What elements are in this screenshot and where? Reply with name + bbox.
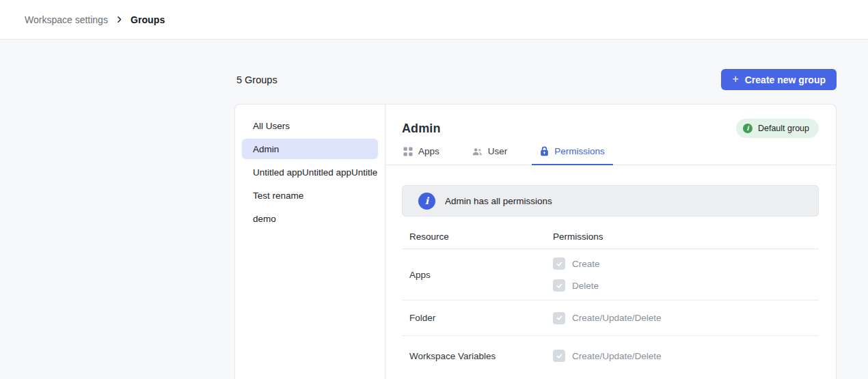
tab-permissions-label: Permissions — [554, 146, 605, 156]
create-new-group-button[interactable]: + Create new group — [721, 69, 837, 90]
breadcrumb-workspace-settings[interactable]: Workspace settings — [25, 14, 108, 25]
info-icon: i — [418, 193, 435, 210]
group-title: Admin — [402, 122, 441, 136]
create-new-group-label: Create new group — [745, 74, 826, 85]
breadcrumb: Workspace settings Groups — [25, 14, 165, 25]
default-group-badge-label: Default group — [758, 124, 809, 133]
permissions-cell: Create Delete — [553, 255, 600, 294]
groups-settings-page: Workspace settings Groups 5 Groups + Cre… — [0, 0, 868, 379]
grid-icon — [403, 147, 413, 156]
tab-permissions[interactable]: Permissions — [532, 146, 613, 165]
permission-option-create: Create — [553, 255, 600, 272]
group-item-untitled-app[interactable]: Untitled appUntitled appUntitle… — [242, 162, 378, 182]
checkbox-checked-disabled — [553, 257, 565, 270]
info-icon: i — [743, 124, 752, 133]
checkbox-checked-disabled — [553, 312, 565, 324]
permission-label: Create/Update/Delete — [572, 351, 662, 361]
resource-label: Workspace Variables — [402, 351, 553, 361]
group-item-all-users[interactable]: All Users — [242, 115, 378, 136]
group-list: All Users Admin Untitled appUntitled app… — [235, 104, 385, 379]
table-row-workspace-variables: Workspace Variables Create/Update/Delete — [402, 336, 819, 376]
permission-label: Delete — [572, 281, 599, 291]
group-item-demo[interactable]: demo — [242, 208, 378, 229]
column-header-permissions: Permissions — [553, 231, 603, 242]
permissions-table: Resource Permissions Apps Create — [402, 216, 819, 376]
default-group-badge: i Default group — [736, 119, 819, 138]
permission-label: Create/Update/Delete — [572, 313, 662, 323]
group-detail-tabs: Apps User — [385, 146, 836, 165]
groups-count-label: 5 Groups — [234, 74, 277, 85]
resource-label: Folder — [402, 313, 553, 323]
permission-option-crud: Create/Update/Delete — [553, 348, 662, 364]
permissions-cell: Create/Update/Delete — [553, 348, 662, 364]
group-detail-header: Admin i Default group — [402, 118, 819, 139]
group-detail-panel: Admin i Default group — [385, 104, 836, 379]
resource-label: Apps — [402, 270, 553, 280]
users-icon — [472, 147, 483, 156]
checkbox-checked-disabled — [553, 279, 565, 292]
tab-apps-label: Apps — [418, 146, 439, 156]
chevron-right-icon — [115, 15, 124, 24]
permission-option-crud: Create/Update/Delete — [553, 310, 662, 326]
group-item-admin[interactable]: Admin — [242, 139, 378, 159]
permissions-table-header: Resource Permissions — [402, 216, 819, 249]
top-header: Workspace settings Groups — [0, 0, 868, 40]
tab-apps[interactable]: Apps — [402, 146, 448, 165]
permission-option-delete: Delete — [553, 277, 600, 294]
breadcrumb-groups: Groups — [131, 14, 165, 25]
groups-toolbar: 5 Groups + Create new group — [234, 69, 837, 90]
banner-text: Admin has all permissions — [445, 196, 552, 206]
groups-card: All Users Admin Untitled appUntitled app… — [234, 104, 837, 379]
permission-label: Create — [572, 259, 600, 269]
lock-icon — [540, 146, 549, 156]
checkbox-checked-disabled — [553, 350, 565, 362]
column-header-resource: Resource — [402, 231, 553, 242]
tab-user[interactable]: User — [464, 146, 516, 165]
table-row-apps: Apps Create — [402, 249, 819, 300]
table-row-folder: Folder Create/Update/Delete — [402, 300, 819, 336]
tab-user-label: User — [488, 146, 508, 156]
permissions-info-banner: i Admin has all permissions — [402, 185, 819, 216]
plus-icon: + — [732, 74, 738, 85]
permissions-cell: Create/Update/Delete — [553, 310, 662, 326]
group-item-test-rename[interactable]: Test rename — [242, 185, 378, 206]
